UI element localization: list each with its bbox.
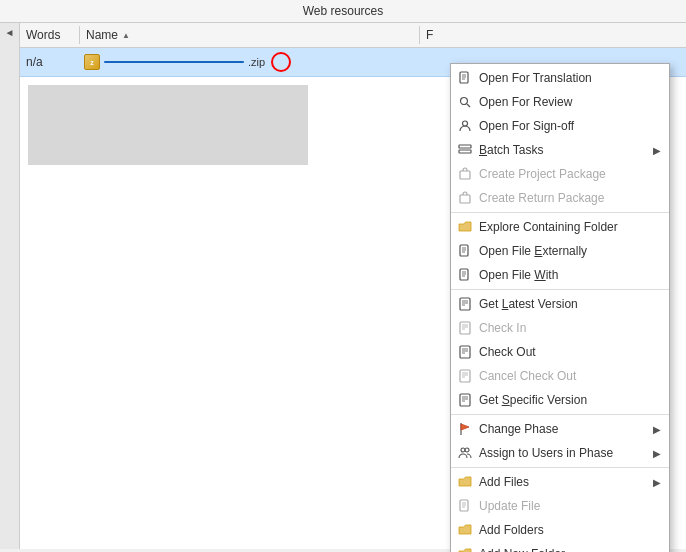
- menu-label-batch-tasks: Batch Tasks: [479, 143, 647, 157]
- left-panel: ◄: [0, 23, 20, 549]
- menu-item-open-translation[interactable]: Open For Translation: [451, 66, 669, 90]
- menu-item-add-files[interactable]: Add Files▶: [451, 470, 669, 494]
- menu-item-batch-tasks[interactable]: Batch Tasks▶: [451, 138, 669, 162]
- doc-icon-open-translation: [457, 70, 473, 86]
- menu-label-change-phase: Change Phase: [479, 422, 647, 436]
- menu-label-add-folders: Add Folders: [479, 523, 661, 537]
- pkg-icon-create-return-package: [457, 190, 473, 206]
- folder-icon-add-new-folder: [457, 546, 473, 552]
- menu-label-open-review: Open For Review: [479, 95, 661, 109]
- menu-item-create-project-package: Create Project Package: [451, 162, 669, 186]
- title-bar: Web resources: [0, 0, 686, 23]
- batch-icon-batch-tasks: [457, 142, 473, 158]
- svg-rect-8: [459, 150, 471, 153]
- svg-point-4: [461, 98, 468, 105]
- menu-label-open-translation: Open For Translation: [479, 71, 661, 85]
- menu-label-check-in: Check In: [479, 321, 661, 335]
- menu-item-open-review[interactable]: Open For Review: [451, 90, 669, 114]
- svg-rect-35: [460, 394, 470, 406]
- menu-item-explore-folder[interactable]: Explore Containing Folder: [451, 215, 669, 239]
- main-area: ◄ Words Name ▲ F n/a z .zip: [0, 23, 686, 549]
- col-header-words: Words: [20, 26, 80, 44]
- ver-icon-cancel-checkout: [457, 368, 473, 384]
- row-name: z .zip: [80, 50, 420, 74]
- menu-separator-sep1: [451, 212, 669, 213]
- svg-rect-11: [460, 245, 468, 256]
- svg-rect-19: [460, 298, 470, 310]
- zip-extension: .zip: [248, 56, 265, 68]
- menu-label-get-specific: Get Specific Version: [479, 393, 661, 407]
- menu-label-add-files: Add Files: [479, 475, 647, 489]
- users-icon-assign-users: [457, 445, 473, 461]
- svg-rect-42: [460, 500, 468, 511]
- flag-icon-change-phase: [457, 421, 473, 437]
- submenu-arrow-batch-tasks: ▶: [653, 145, 661, 156]
- menu-separator-sep4: [451, 467, 669, 468]
- menu-item-get-latest[interactable]: Get Latest Version: [451, 292, 669, 316]
- menu-label-create-project-package: Create Project Package: [479, 167, 661, 181]
- menu-label-cancel-checkout: Cancel Check Out: [479, 369, 661, 383]
- doc-icon-open-externally: [457, 243, 473, 259]
- menu-item-update-file: Update File: [451, 494, 669, 518]
- zip-file-icon: z: [84, 54, 100, 70]
- context-menu: Open For TranslationOpen For ReviewOpen …: [450, 63, 670, 552]
- svg-point-40: [461, 448, 465, 452]
- col-header-name[interactable]: Name ▲: [80, 26, 420, 44]
- ver-icon-check-out: [457, 344, 473, 360]
- doc-icon-open-with: [457, 267, 473, 283]
- person-icon-open-signoff: [457, 118, 473, 134]
- menu-label-create-return-package: Create Return Package: [479, 191, 661, 205]
- pkg-icon-create-project-package: [457, 166, 473, 182]
- nav-arrow: ◄: [5, 27, 15, 38]
- menu-item-open-externally[interactable]: Open File Externally: [451, 239, 669, 263]
- svg-rect-15: [460, 269, 468, 280]
- search-icon-open-review: [457, 94, 473, 110]
- row-words: n/a: [20, 53, 80, 71]
- menu-label-open-signoff: Open For Sign-off: [479, 119, 661, 133]
- submenu-arrow-assign-users: ▶: [653, 448, 661, 459]
- menu-item-open-with[interactable]: Open File With: [451, 263, 669, 287]
- menu-item-get-specific[interactable]: Get Specific Version: [451, 388, 669, 412]
- menu-item-check-out[interactable]: Check Out: [451, 340, 669, 364]
- menu-label-open-externally: Open File Externally: [479, 244, 661, 258]
- menu-label-open-with: Open File With: [479, 268, 661, 282]
- menu-item-add-new-folder[interactable]: Add New Folder: [451, 542, 669, 552]
- doc-icon-update-file: [457, 498, 473, 514]
- table-header: Words Name ▲ F: [20, 23, 686, 48]
- ver-icon-get-specific: [457, 392, 473, 408]
- menu-item-assign-users[interactable]: Assign to Users in Phase▶: [451, 441, 669, 465]
- ver-icon-get-latest: [457, 296, 473, 312]
- menu-item-change-phase[interactable]: Change Phase▶: [451, 417, 669, 441]
- menu-label-add-new-folder: Add New Folder: [479, 547, 661, 552]
- menu-label-explore-folder: Explore Containing Folder: [479, 220, 661, 234]
- menu-label-assign-users: Assign to Users in Phase: [479, 446, 647, 460]
- menu-item-open-signoff[interactable]: Open For Sign-off: [451, 114, 669, 138]
- highlight-circle: [271, 52, 291, 72]
- svg-rect-23: [460, 322, 470, 334]
- submenu-arrow-add-files: ▶: [653, 477, 661, 488]
- svg-rect-0: [460, 72, 468, 83]
- folder-icon-add-files: [457, 474, 473, 490]
- svg-point-6: [463, 121, 468, 126]
- menu-item-check-in: Check In: [451, 316, 669, 340]
- menu-label-update-file: Update File: [479, 499, 661, 513]
- ver-icon-check-in: [457, 320, 473, 336]
- menu-item-cancel-checkout: Cancel Check Out: [451, 364, 669, 388]
- svg-rect-27: [460, 346, 470, 358]
- window-title: Web resources: [303, 4, 383, 18]
- menu-item-add-folders[interactable]: Add Folders: [451, 518, 669, 542]
- folder-icon-explore-folder: [457, 219, 473, 235]
- menu-separator-sep2: [451, 289, 669, 290]
- col-header-f: F: [420, 26, 439, 44]
- svg-rect-7: [459, 145, 471, 148]
- menu-separator-sep3: [451, 414, 669, 415]
- content-placeholder: [28, 85, 308, 165]
- submenu-arrow-change-phase: ▶: [653, 424, 661, 435]
- svg-rect-10: [460, 195, 470, 203]
- svg-rect-9: [460, 171, 470, 179]
- folder-icon-add-folders: [457, 522, 473, 538]
- svg-rect-31: [460, 370, 470, 382]
- svg-point-41: [465, 448, 469, 452]
- menu-label-check-out: Check Out: [479, 345, 661, 359]
- menu-item-create-return-package: Create Return Package: [451, 186, 669, 210]
